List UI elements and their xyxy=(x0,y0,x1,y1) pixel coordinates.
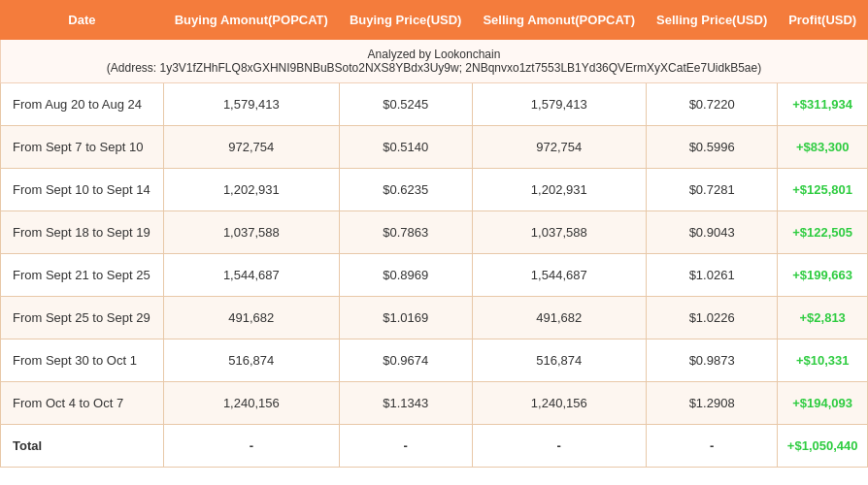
row-sell-price: $0.7281 xyxy=(646,169,777,211)
row-profit: +$2,813 xyxy=(778,297,868,340)
table-row: From Sept 18 to Sept 19 1,037,588 $0.786… xyxy=(1,211,868,254)
total-label: Total xyxy=(1,425,164,468)
row-buy-amount: 1,037,588 xyxy=(163,211,339,254)
row-sell-price: $0.5996 xyxy=(646,126,777,169)
table-row: From Sept 10 to Sept 14 1,202,931 $0.623… xyxy=(1,169,868,211)
row-buy-price: $0.5140 xyxy=(339,126,472,169)
header-buy-price: Buying Price(USD) xyxy=(339,1,472,40)
header-sell-price: Selling Price(USD) xyxy=(646,1,777,40)
row-date: From Sept 10 to Sept 14 xyxy=(1,169,164,211)
row-date: From Sept 7 to Sept 10 xyxy=(1,126,164,169)
row-buy-amount: 1,579,413 xyxy=(163,83,339,126)
row-sell-amount: 972,754 xyxy=(472,126,646,169)
table-row: From Sept 7 to Sept 10 972,754 $0.5140 9… xyxy=(1,126,868,169)
row-profit: +$311,934 xyxy=(778,83,868,126)
row-buy-amount: 1,544,687 xyxy=(163,254,339,297)
row-sell-price: $1.0261 xyxy=(646,254,777,297)
row-buy-amount: 491,682 xyxy=(163,297,339,340)
row-sell-amount: 1,544,687 xyxy=(472,254,646,297)
row-sell-amount: 1,579,413 xyxy=(472,83,646,126)
row-profit: +$10,331 xyxy=(778,340,868,382)
row-sell-amount: 1,202,931 xyxy=(472,169,646,211)
analyzed-row: Analyzed by Lookonchain (Address: 1y3V1f… xyxy=(1,40,868,83)
total-buy-price: - xyxy=(339,425,472,468)
header-profit: Profit(USD) xyxy=(778,1,868,40)
row-profit: +$194,093 xyxy=(778,382,868,425)
row-date: From Oct 4 to Oct 7 xyxy=(1,382,164,425)
row-date: From Sept 18 to Sept 19 xyxy=(1,211,164,254)
row-sell-amount: 491,682 xyxy=(472,297,646,340)
row-sell-price: $1.2908 xyxy=(646,382,777,425)
row-sell-price: $1.0226 xyxy=(646,297,777,340)
table-row: From Sept 21 to Sept 25 1,544,687 $0.896… xyxy=(1,254,868,297)
row-sell-price: $0.9873 xyxy=(646,340,777,382)
total-row: Total - - - - +$1,050,440 xyxy=(1,425,868,468)
table-row: From Sept 30 to Oct 1 516,874 $0.9674 51… xyxy=(1,340,868,382)
row-buy-amount: 1,202,931 xyxy=(163,169,339,211)
row-buy-amount: 1,240,156 xyxy=(163,382,339,425)
header-date: Date xyxy=(1,1,164,40)
table-row: From Aug 20 to Aug 24 1,579,413 $0.5245 … xyxy=(1,83,868,126)
row-profit: +$122,505 xyxy=(778,211,868,254)
row-buy-price: $0.8969 xyxy=(339,254,472,297)
total-buy-amount: - xyxy=(163,425,339,468)
total-profit: +$1,050,440 xyxy=(778,425,868,468)
row-date: From Sept 30 to Oct 1 xyxy=(1,340,164,382)
row-sell-amount: 516,874 xyxy=(472,340,646,382)
row-buy-price: $1.0169 xyxy=(339,297,472,340)
table-row: From Sept 25 to Sept 29 491,682 $1.0169 … xyxy=(1,297,868,340)
header-sell-amount: Selling Amonut(POPCAT) xyxy=(472,1,646,40)
header-row: Date Buying Amonut(POPCAT) Buying Price(… xyxy=(1,1,868,40)
table-row: From Oct 4 to Oct 7 1,240,156 $1.1343 1,… xyxy=(1,382,868,425)
row-buy-amount: 516,874 xyxy=(163,340,339,382)
row-buy-price: $0.5245 xyxy=(339,83,472,126)
row-sell-amount: 1,240,156 xyxy=(472,382,646,425)
row-profit: +$199,663 xyxy=(778,254,868,297)
table-wrapper: Date Buying Amonut(POPCAT) Buying Price(… xyxy=(0,0,868,468)
row-buy-price: $0.6235 xyxy=(339,169,472,211)
row-buy-price: $0.7863 xyxy=(339,211,472,254)
row-sell-price: $0.7220 xyxy=(646,83,777,126)
row-buy-price: $0.9674 xyxy=(339,340,472,382)
row-buy-price: $1.1343 xyxy=(339,382,472,425)
row-buy-amount: 972,754 xyxy=(163,126,339,169)
row-date: From Aug 20 to Aug 24 xyxy=(1,83,164,126)
row-sell-price: $0.9043 xyxy=(646,211,777,254)
row-sell-amount: 1,037,588 xyxy=(472,211,646,254)
row-profit: +$125,801 xyxy=(778,169,868,211)
header-buy-amount: Buying Amonut(POPCAT) xyxy=(163,1,339,40)
row-profit: +$83,300 xyxy=(778,126,868,169)
main-table: Date Buying Amonut(POPCAT) Buying Price(… xyxy=(0,0,868,468)
analyzed-text: Analyzed by Lookonchain (Address: 1y3V1f… xyxy=(1,40,868,83)
row-date: From Sept 25 to Sept 29 xyxy=(1,297,164,340)
row-date: From Sept 21 to Sept 25 xyxy=(1,254,164,297)
total-sell-amount: - xyxy=(472,425,646,468)
total-sell-price: - xyxy=(646,425,777,468)
